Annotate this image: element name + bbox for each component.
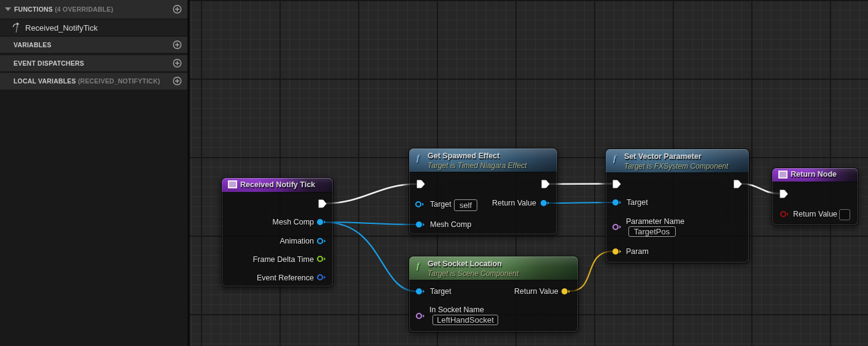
svg-text:f: f: [15, 23, 19, 33]
